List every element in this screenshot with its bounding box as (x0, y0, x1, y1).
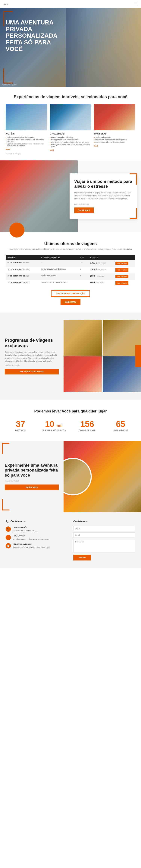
row4-price: 900 € POR VIAGEM (88, 280, 113, 286)
col-dias: DIAS (78, 255, 88, 260)
row2-days: 5 (78, 267, 88, 273)
hours-value: Seg - Sex: 09h - 20h, Sábado: Dom: 9am -… (13, 547, 49, 549)
contact-item-phone: 📞 LIGUE PARA NÓS 1 234 567 891, 1 234 56… (6, 526, 68, 532)
table-row: 18 DE SETEMBRO DE 2023 — 15 1.752 € POR … (6, 260, 135, 267)
view-more-button[interactable]: CONSULTE MAIS INFORMAÇÃO (51, 290, 90, 297)
programs-left: Programas de viagens exclusivos Sint int… (0, 320, 64, 392)
row4-view-button[interactable]: VER VIAGEM (115, 281, 129, 285)
travel-method-title: Viajar é um bom método para aliviar o es… (74, 179, 133, 189)
row3-days: 3 (78, 273, 88, 280)
travel-method-cta[interactable]: SAIBA MAIS (74, 208, 94, 213)
experiences-section: Experiências de viagem incríveis, seleci… (0, 87, 141, 160)
programs-img-label: Imagens de Freepik (5, 364, 59, 366)
contact-info: 📞 Contate-nos 📞 LIGUE PARA NÓS 1 234 567… (6, 520, 68, 560)
hamburger-menu[interactable] (134, 2, 137, 6)
row4-price-label: POR VIAGEM (96, 282, 104, 283)
hotels-list: Café da manhã incluso diariamente Dois c… (6, 136, 47, 147)
row1-days: 15 (78, 260, 88, 267)
message-input[interactable] (73, 539, 135, 552)
private-cta[interactable]: SAIBA MAIS (5, 485, 59, 490)
submit-button[interactable]: Enviar (73, 555, 91, 560)
stat-cafe: 156 COPOS DE CAFÉ (72, 420, 102, 431)
row2-action[interactable]: VER VIAGEM (113, 267, 135, 273)
hero-title: UMA AVENTURA PRIVADA PERSONALIZADA FEITA… (6, 19, 66, 52)
table-row: 15 DE SETEMBRO DE 2023 Vatofire para Vat… (6, 273, 135, 280)
private-section: Experimente uma aventura privada persona… (0, 441, 141, 512)
private-circle-inner (64, 459, 91, 494)
hero-background-image (66, 8, 141, 87)
tours-item-1: Tarifas preferenciais (94, 136, 135, 138)
stat-number-clientes: 10 mil (39, 420, 69, 428)
row3-destination: Vatofire para Vatofire (39, 273, 78, 280)
stat-clientes: 10 mil CLIENTES SATISFEITOS (39, 420, 69, 431)
hotels-title: HOTÉIS (6, 132, 47, 135)
saiba-mais-button[interactable]: SAIBA MAIS (61, 299, 81, 305)
programs-title: Programas de viagens exclusivos (5, 338, 59, 348)
contact-grid: 📞 Contate-nos 📞 LIGUE PARA NÓS 1 234 567… (6, 520, 135, 560)
contact-info-heading: 📞 Contate-nos (6, 520, 68, 523)
row1-destination: — (39, 260, 78, 267)
row1-action[interactable]: VER VIAGEM (113, 260, 135, 267)
private-title: Experimente uma aventura privada persona… (5, 463, 59, 478)
programs-image-1 (64, 320, 102, 356)
row2-view-button[interactable]: VER VIAGEM (115, 268, 129, 272)
exp-card-cruises: CRUZEIROS Portos integrados dedicados Re… (50, 104, 91, 151)
row2-price: 1.200 € POR VIAGEM (88, 267, 113, 273)
stats-heading: Podemos levar você para qualquer lugar (6, 409, 135, 413)
table-row: 10 DE SETEMBRO DE 2023 Gondor a Santa Ma… (6, 267, 135, 273)
hours-label: HORÁRIO COMERCIAL (13, 543, 49, 545)
name-input[interactable] (73, 526, 135, 531)
tours-item-3: Acesso especial a 150 destinos globais (94, 141, 135, 144)
row1-date: 18 DE SETEMBRO DE 2023 (6, 260, 39, 267)
location-value: 321 Bliss Street, 21 Allans, New York, N… (13, 538, 49, 540)
location-label: LOCALIZAÇÃO (13, 535, 49, 537)
tours-title: PASSEIOS (94, 132, 135, 135)
phone-icon: 📞 (6, 526, 11, 532)
row3-view-button[interactable]: VER VIAGEM (115, 275, 129, 278)
row4-action[interactable]: VER VIAGEM (113, 280, 135, 286)
stat-label-clientes: CLIENTES SATISFEITOS (39, 429, 69, 431)
stat-label-cafe: COPOS DE CAFÉ (72, 429, 102, 431)
stat-number-destinos: 37 (6, 420, 35, 428)
hotels-more-link[interactable]: MAIS (6, 148, 47, 150)
row2-destination: Gondor a Santa Maria de Gondor (39, 267, 78, 273)
offers-table-header: PARTIDA VIAJE DE AVIÃO PARA DIAS A CUSTO (6, 255, 135, 260)
exp-card-tours: PASSEIOS Tarifas preferenciais Máx de 20… (94, 104, 135, 151)
cruises-title: CRUZEIROS (50, 132, 91, 135)
contact-section: 📞 Contate-nos 📞 LIGUE PARA NÓS 1 234 567… (0, 512, 141, 568)
logo[interactable]: logo (4, 3, 8, 5)
travel-method-image (0, 160, 78, 232)
cruises-item-2: Recepções de boas-vindas privadas (50, 138, 91, 141)
contact-form-heading: Contate-nos (73, 520, 135, 523)
stats-section: Podemos levar você para qualquer lugar 3… (0, 400, 141, 441)
row3-action[interactable]: VER VIAGEM (113, 273, 135, 280)
row1-price-label: POR VIAGEM (98, 262, 106, 264)
orange-circle-decoration (9, 222, 25, 238)
private-bracket-tl (2, 443, 9, 454)
hero-content: UMA AVENTURA PRIVADA PERSONALIZADA FEITA… (6, 19, 66, 55)
location-icon: 📍 (6, 535, 11, 540)
stat-10: 10 (45, 420, 54, 429)
row3-price-label: POR VIAGEM (96, 276, 104, 277)
hotels-item-1: Café da manhã incluso diariamente (6, 136, 47, 138)
cruises-more-link[interactable]: MAIS (50, 149, 91, 151)
offers-subtitle: Lorem ipsum dolor sit amet, consectetur … (6, 248, 135, 250)
offers-section: Últimas ofertas de viagens Lorem ipsum d… (0, 232, 141, 312)
row4-price-value: 900 € (90, 281, 95, 284)
offers-table: PARTIDA VIAJE DE AVIÃO PARA DIAS A CUSTO… (6, 255, 135, 286)
tours-item-2: Máx de 200 formandos adultos disponível (94, 138, 135, 141)
row1-view-button[interactable]: VER VIAGEM (115, 261, 129, 265)
hotels-item-2: Dois check-ins de spa, com mesa em resta… (6, 138, 47, 143)
bracket-top-right (130, 174, 137, 185)
tours-image (94, 104, 135, 130)
travel-method-section: Viajar é um bom método para aliviar o es… (0, 160, 141, 232)
row1-price-value: 1.752 € (90, 261, 97, 264)
col-action (113, 255, 135, 260)
tours-more-link[interactable]: MAIS (94, 145, 135, 147)
private-left: Experimente uma aventura privada persona… (0, 441, 64, 512)
col-custo: A CUSTO (88, 255, 113, 260)
programs-image-3 (64, 356, 102, 392)
phone-label: LIGUE PARA NÓS (13, 526, 36, 528)
email-input[interactable] (73, 532, 135, 538)
programs-cta[interactable]: VER TODOS OS PARAÍSOS (5, 369, 59, 374)
